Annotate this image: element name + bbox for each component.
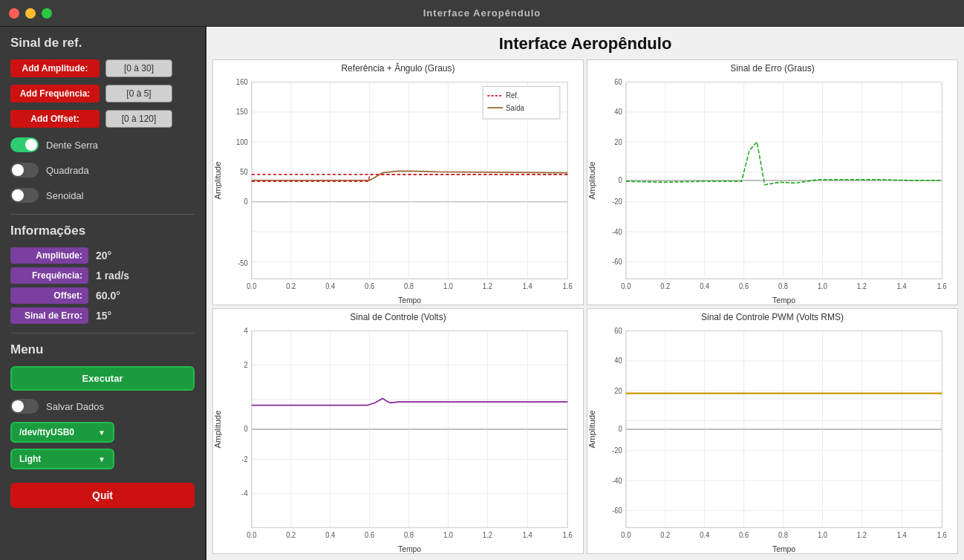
svg-text:0.0: 0.0 [247,531,256,540]
svg-text:4: 4 [244,327,248,336]
svg-text:-60: -60 [612,257,622,266]
dente-serra-toggle[interactable] [10,137,39,152]
dente-serra-row: Dente Serra [10,137,195,152]
svg-text:0.0: 0.0 [621,282,631,291]
amplitude-info-value: 20° [96,250,111,261]
svg-text:50: 50 [240,167,248,176]
quadrada-toggle[interactable] [10,163,39,178]
chart2-svg-wrap: 60 40 20 0 -20 -40 -60 0.0 0.2 0.4 0.6 0… [587,74,957,305]
svg-text:0.8: 0.8 [778,531,788,540]
svg-text:1.6: 1.6 [563,531,573,540]
svg-text:0: 0 [618,176,622,185]
svg-text:0.0: 0.0 [621,531,631,540]
chart-sinal-pwm: Sinal de Controle PWM (Volts RMS) [587,308,958,554]
svg-text:1.2: 1.2 [857,531,867,540]
info-section: Amplitude: 20° Frequência: 1 rad/s Offse… [10,247,195,324]
divider-2 [10,333,195,333]
add-offset-row: Add Offset: [10,110,195,128]
chart1-title: Referência + Ângulo (Graus) [341,60,455,74]
svg-text:150: 150 [236,108,248,117]
svg-text:-2: -2 [241,455,247,463]
window-controls[interactable] [9,8,52,19]
minimize-button[interactable] [25,8,36,19]
chart3-title: Sinal de Controle (Volts) [350,309,446,322]
chart2-title: Sinal de Erro (Graus) [730,60,814,74]
svg-text:0.4: 0.4 [325,282,335,291]
svg-text:1.4: 1.4 [897,531,907,540]
add-amplitude-button[interactable]: Add Amplitude: [10,59,100,77]
menu-title: Menu [10,342,195,357]
add-frequencia-button[interactable]: Add Frequência: [10,85,100,102]
salvar-dados-toggle[interactable] [10,399,39,414]
svg-text:20: 20 [614,386,622,395]
amplitude-info-row: Amplitude: 20° [10,247,195,264]
chevron-down-icon: ▼ [98,429,105,437]
executar-button[interactable]: Executar [10,366,195,391]
svg-text:1.2: 1.2 [483,531,492,540]
svg-text:0.6: 0.6 [739,282,749,291]
frequencia-info-value: 1 rad/s [96,270,129,281]
chevron-down-icon-2: ▼ [98,455,105,463]
svg-text:0.6: 0.6 [739,531,749,540]
frequencia-info-label: Frequência: [10,267,88,284]
svg-text:0.0: 0.0 [247,282,256,291]
svg-text:20: 20 [614,137,622,146]
device-label: /dev/ttyUSB0 [19,427,74,437]
svg-text:1.0: 1.0 [443,531,453,540]
theme-dropdown-row: Light ▼ [10,449,195,469]
svg-text:Amplitude: Amplitude [214,410,222,448]
svg-text:0.8: 0.8 [404,282,414,291]
svg-text:60: 60 [614,78,622,87]
offset-input[interactable] [105,110,172,128]
svg-text:-60: -60 [612,506,622,515]
chart1-svg-wrap: 160 150 100 50 0 -50 0.0 0.2 0.4 0.6 0.8… [213,74,583,305]
svg-text:1.4: 1.4 [523,282,533,291]
add-offset-button[interactable]: Add Offset: [10,110,100,128]
offset-info-label: Offset: [10,287,88,304]
theme-dropdown[interactable]: Light ▼ [10,449,114,469]
svg-text:Amplitude: Amplitude [588,161,596,199]
svg-text:160: 160 [236,78,248,87]
device-dropdown[interactable]: /dev/ttyUSB0 ▼ [10,422,114,443]
svg-text:0.4: 0.4 [700,531,709,540]
svg-text:1.4: 1.4 [523,531,533,540]
charts-grid: Referência + Ângulo (Graus) [206,56,964,560]
salvar-dados-label: Salvar Dados [46,401,104,412]
content-area: Interface Aeropêndulo Referência + Ângul… [206,27,964,560]
add-amplitude-row: Add Amplitude: [10,59,195,77]
titlebar: Interface Aeropêndulo [0,0,964,27]
svg-text:Tempo: Tempo [398,295,421,305]
sinal-erro-info-label: Sinal de Erro: [10,307,88,324]
svg-text:Tempo: Tempo [772,544,795,553]
svg-text:0.4: 0.4 [700,282,709,291]
frequencia-input[interactable] [105,85,172,102]
menu-section: Executar Salvar Dados /dev/ttyUSB0 ▼ Lig… [10,366,195,469]
informacoes-title: Informações [10,224,195,238]
svg-text:1.0: 1.0 [818,282,827,291]
quadrada-label: Quadrada [46,165,89,176]
svg-text:-40: -40 [612,227,622,236]
close-button[interactable] [9,8,19,19]
svg-text:-20: -20 [612,446,622,455]
senoidal-label: Senoidal [46,190,84,201]
frequencia-info-row: Frequência: 1 rad/s [10,267,195,284]
amplitude-input[interactable] [105,59,172,77]
chart-referencia-angulo: Referência + Ângulo (Graus) [212,59,584,305]
quit-button[interactable]: Quit [10,483,195,508]
maximize-button[interactable] [42,8,52,19]
svg-text:100: 100 [236,137,248,146]
chart3-svg-wrap: 4 2 0 -2 -4 0.0 0.2 0.4 0.6 0.8 1.0 1.2 … [213,322,583,553]
chart4-title: Sinal de Controle PWM (Volts RMS) [701,309,844,322]
chart2-svg: 60 40 20 0 -20 -40 -60 0.0 0.2 0.4 0.6 0… [587,74,957,305]
dente-serra-label: Dente Serra [46,140,98,151]
svg-text:0.6: 0.6 [365,531,374,540]
theme-label: Light [19,454,41,464]
svg-text:1.0: 1.0 [818,531,827,540]
svg-text:0.8: 0.8 [778,282,788,291]
senoidal-toggle[interactable] [10,188,39,203]
svg-text:-20: -20 [612,198,622,206]
svg-text:-4: -4 [241,489,248,498]
main-layout: Sinal de ref. Add Amplitude: Add Frequên… [0,27,964,560]
chart3-svg: 4 2 0 -2 -4 0.0 0.2 0.4 0.6 0.8 1.0 1.2 … [213,322,583,553]
svg-text:0.4: 0.4 [325,531,335,540]
